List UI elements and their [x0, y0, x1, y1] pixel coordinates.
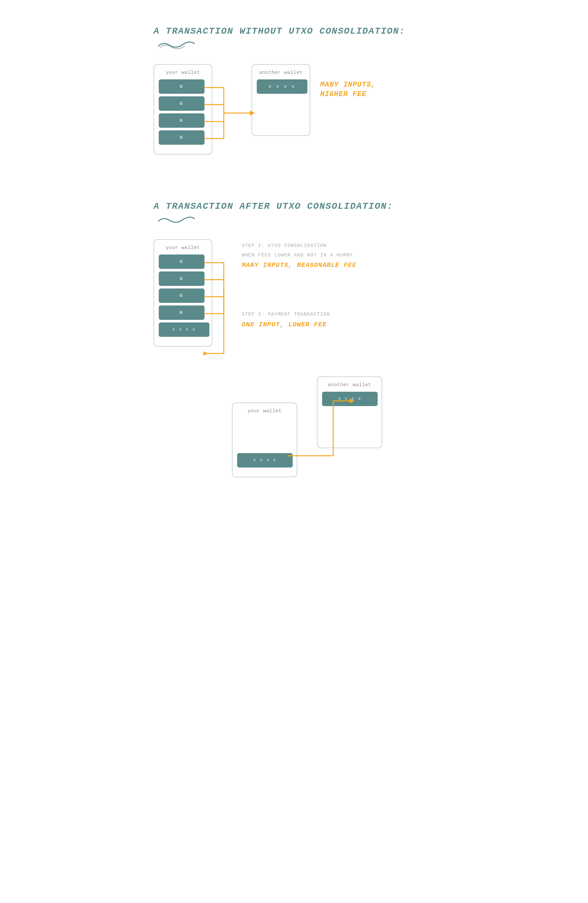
utxo-block-combined: ≡ ≡ ≡ ≡ — [257, 79, 307, 94]
utxo-block-4: ≡ — [159, 131, 204, 145]
section2-your-wallet-label-bottom: your wallet — [237, 408, 292, 414]
utxo-combined-icon: ≡ ≡ ≡ ≡ — [269, 84, 296, 89]
utxo-block-3: ≡ — [159, 113, 204, 128]
s2-utxo-block-consolidated: ≡ ≡ ≡ ≡ — [159, 322, 209, 337]
s2-bottom-combined-icon: ≡ ≡ ≡ ≡ — [253, 458, 276, 463]
s2-utxo-icon-4: ≡ — [179, 309, 184, 316]
s2-consolidated-icon: ≡ ≡ ≡ ≡ — [173, 327, 196, 332]
utxo-icon-1: ≡ — [179, 83, 184, 90]
section2-step1-area: STEP 1: UTXO CONSOLIDATION WHEN FEES LOW… — [242, 242, 356, 269]
utxo-icon-3: ≡ — [179, 117, 184, 124]
squiggle2-icon — [157, 215, 196, 225]
utxo-block-2: ≡ — [159, 96, 204, 111]
utxo-icon-2: ≡ — [179, 100, 184, 107]
section2-step2-area: STEP 2: PAYMENT TRANSACTION ONE INPUT, L… — [242, 311, 330, 329]
svg-marker-13 — [203, 351, 208, 356]
section1-title: A TRANSACTION WITHOUT UTXO CONSOLIDATION… — [154, 26, 434, 36]
section1-result-line2: HIGHER FEE — [320, 90, 376, 99]
section2-step2-result: ONE INPUT, LOWER FEE — [242, 321, 330, 329]
squiggle1-icon — [157, 39, 196, 49]
utxo-block-1: ≡ — [159, 79, 204, 94]
section2-another-wallet-box-bottom: another wallet ≡ ≡ ≡ ≡ — [317, 376, 382, 448]
section2-your-wallet-label-top: your wallet — [159, 245, 207, 250]
section1: A TRANSACTION WITHOUT UTXO CONSOLIDATION… — [154, 26, 434, 175]
s2-utxo-icon-2: ≡ — [179, 275, 184, 282]
section1-your-wallet-box: your wallet ≡ ≡ ≡ ≡ — [154, 64, 212, 154]
section2-another-wallet-label-bottom: another wallet — [322, 382, 377, 388]
s2-utxo-block-2: ≡ — [159, 272, 204, 286]
s2-utxo-block-4: ≡ — [159, 305, 204, 320]
section2-your-wallet-box-top: your wallet ≡ ≡ ≡ ≡ ≡ ≡ ≡ ≡ — [154, 239, 212, 347]
section1-another-wallet-label: another wallet — [257, 70, 305, 76]
s2-utxo-icon-3: ≡ — [179, 293, 184, 299]
section2-title: A TRANSACTION AFTER UTXO CONSOLIDATION: — [154, 201, 434, 211]
s2-utxo-icon-1: ≡ — [179, 258, 184, 265]
section2-step1-sublabel: WHEN FEES LOWER AND NOT IN A HURRY — [242, 252, 356, 260]
section1-your-wallet-label: your wallet — [159, 70, 207, 76]
section2-your-wallet-box-bottom: your wallet ≡ ≡ ≡ ≡ — [232, 403, 297, 477]
section1-result-label: MANY INPUTS, HIGHER FEE — [320, 80, 376, 99]
section2: A TRANSACTION AFTER UTXO CONSOLIDATION: … — [154, 201, 434, 481]
s2-another-combined: ≡ ≡ ≡ ≡ — [322, 392, 377, 406]
s2-another-icon: ≡ ≡ ≡ ≡ — [338, 396, 361, 401]
section1-another-wallet-box: another wallet ≡ ≡ ≡ ≡ — [252, 64, 310, 136]
section2-step1-label: STEP 1: UTXO CONSOLIDATION — [242, 242, 356, 250]
s2-utxo-block-3: ≡ — [159, 288, 204, 303]
section2-step2-label: STEP 2: PAYMENT TRANSACTION — [242, 311, 330, 319]
s2-utxo-block-1: ≡ — [159, 255, 204, 269]
utxo-icon-4: ≡ — [179, 134, 184, 141]
section1-result-line1: MANY INPUTS, — [320, 80, 376, 90]
s2-bottom-combined: ≡ ≡ ≡ ≡ — [237, 453, 293, 467]
section2-step1-result: MANY INPUTS, REASONABLE FEE — [242, 261, 356, 269]
